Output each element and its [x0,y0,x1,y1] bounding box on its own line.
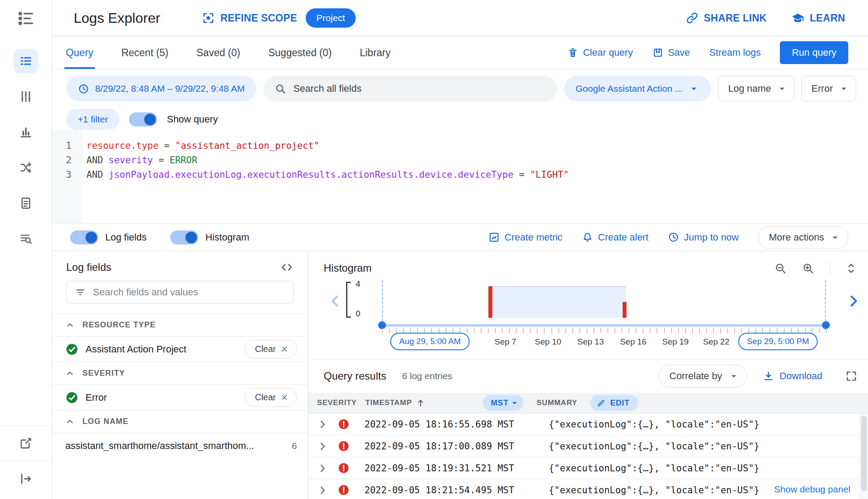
slider-track[interactable] [382,324,826,327]
log-fields-toggle[interactable] [70,230,98,244]
results-scrollbar[interactable] [859,414,868,499]
chevron-down-icon [728,370,739,382]
error-status-icon [332,462,355,474]
code-collapse-icon[interactable] [280,261,293,274]
tab-query[interactable]: Query [66,36,93,69]
clear-filter-button[interactable]: Clear [245,388,297,407]
create-alert-button[interactable]: Create alert [582,231,648,243]
nav-open-panel-icon[interactable] [14,467,38,491]
share-link-label: SHARE LINK [704,12,767,24]
main-pane: Logs Explorer REFINE SCOPE Project SHARE… [52,0,868,499]
jump-to-now-button[interactable]: Jump to now [668,231,739,243]
nav-log-fields-icon[interactable] [14,84,38,109]
nav-log-router-icon[interactable] [14,155,38,180]
clear-filter-button[interactable]: Clear [245,340,297,359]
toolbar-right: Create metric Create alert Jump to now M… [488,226,848,249]
log-field-value: Assistant Action Project [86,344,186,355]
tab-saved-0[interactable]: Saved (0) [196,36,240,69]
histogram-range-end[interactable]: Sep 29, 5:00 PM [738,333,818,350]
nav-logs-explorer-icon[interactable] [14,49,38,73]
tab-recent-5[interactable]: Recent (5) [121,36,168,69]
histogram-tools [774,262,857,275]
table-row[interactable]: 2022-09-05 18:19:31.521 MST{"executionLo… [308,457,868,479]
expand-vertical-icon[interactable] [845,262,857,275]
sort-ascending-icon[interactable] [415,398,426,408]
show-query-toggle[interactable] [129,112,157,126]
project-scope-badge[interactable]: Project [306,8,355,28]
nav-items [14,49,38,251]
nav-logs-storage-icon[interactable] [14,191,38,215]
zoom-out-icon[interactable] [774,262,787,275]
table-row[interactable]: 2022-09-05 18:16:55.698 MST{"executionLo… [308,413,868,435]
log-name-dropdown[interactable]: Log name [718,76,794,101]
share-link-button[interactable]: SHARE LINK [686,11,767,25]
create-metric-button[interactable]: Create metric [488,231,562,243]
query-editor-code[interactable]: resource.type = "assistant_action_projec… [83,130,868,223]
code-token: resource.type [86,140,158,151]
tab-suggested-0[interactable]: Suggested (0) [268,36,332,69]
scrollbar-thumb[interactable] [861,416,867,491]
axis-tick-label: Sep 19 [662,337,689,347]
search-all-fields-box[interactable] [263,76,557,101]
histogram-chart[interactable] [382,282,826,318]
learn-button[interactable]: LEARN [791,11,845,25]
log-fields-search-input[interactable] [93,287,286,298]
log-fields-section-header[interactable]: LOG NAME [52,410,308,433]
learn-icon [791,11,804,25]
log-fields-section-header[interactable]: RESOURCE TYPE [52,313,308,336]
log-fields-section-header[interactable]: SEVERITY [52,362,308,384]
download-button[interactable]: Download [763,370,822,382]
histogram-selection[interactable] [490,286,626,318]
column-severity: SEVERITY [317,398,365,407]
create-metric-label: Create metric [504,232,562,243]
nav-log-analytics-icon[interactable] [14,226,38,251]
refine-scope-button[interactable]: REFINE SCOPE [202,11,297,25]
right-pane: Histogram 4 0 [308,251,868,499]
histogram-toggle-group: Histogram [170,230,249,244]
section-label: SEVERITY [82,369,125,378]
more-filters-button[interactable]: +1 filter [66,109,119,130]
resource-filter-dropdown[interactable]: Google Assistant Action ... [564,76,711,101]
run-query-button[interactable]: Run query [780,41,848,64]
histogram-bar[interactable] [489,286,493,318]
table-row[interactable]: 2022-09-05 18:17:00.089 MST{"executionLo… [308,435,868,457]
clear-query-button[interactable]: Clear query [567,47,633,58]
code-token: severity [109,155,153,165]
expand-row-icon[interactable] [313,463,332,474]
nav-compose-icon[interactable] [14,431,38,456]
histogram-toggle[interactable] [170,230,198,244]
save-button[interactable]: Save [652,47,690,58]
correlate-by-dropdown[interactable]: Correlate by [658,365,747,388]
nav-logs-dashboard-icon[interactable] [14,120,38,144]
show-debug-panel-link[interactable]: Show debug panel [772,482,853,496]
histogram-bar[interactable] [622,302,626,318]
query-editor[interactable]: 123 resource.type = "assistant_action_pr… [52,130,868,223]
edit-summary-button[interactable]: EDIT [590,395,638,411]
zoom-in-icon[interactable] [802,262,814,275]
expand-row-icon[interactable] [313,441,332,452]
histogram-plot[interactable] [382,286,826,318]
code-token: = [514,169,530,180]
stream-logs-button[interactable]: Stream logs [709,47,761,58]
search-all-fields-input[interactable] [293,83,546,94]
query-results-panel: Query results 6 log entries Correlate by… [308,359,868,499]
timezone-dropdown[interactable]: MST [483,395,523,411]
histogram-range-start[interactable]: Aug 29, 5:00 AM [390,333,470,350]
column-timestamp-group[interactable]: TIMESTAMP [365,398,426,408]
fullscreen-icon[interactable] [845,370,857,382]
log-field-item: assistant_smarthome/assistant_smarthom..… [52,433,308,458]
expand-row-icon[interactable] [313,485,332,496]
more-actions-button[interactable]: More actions [758,226,848,249]
histogram-next-button[interactable] [845,293,861,309]
log-fields-toggle-group: Log fields [70,230,146,244]
time-range-filter[interactable]: 8/29/22, 8:48 AM – 9/29/22, 9:48 AM [66,76,256,101]
code-token: jsonPayload.executionLog.executionResult… [109,169,514,180]
tab-actions: Clear query Save Stream logs Run query [567,36,848,69]
expand-row-icon[interactable] [313,419,332,430]
log-fields-search-box[interactable] [66,281,294,304]
severity-dropdown[interactable]: Error [801,76,856,101]
histogram-prev-button[interactable] [328,293,343,309]
logging-logo[interactable] [0,0,52,36]
line-number: 2 [52,153,83,168]
tab-library[interactable]: Library [360,36,390,69]
